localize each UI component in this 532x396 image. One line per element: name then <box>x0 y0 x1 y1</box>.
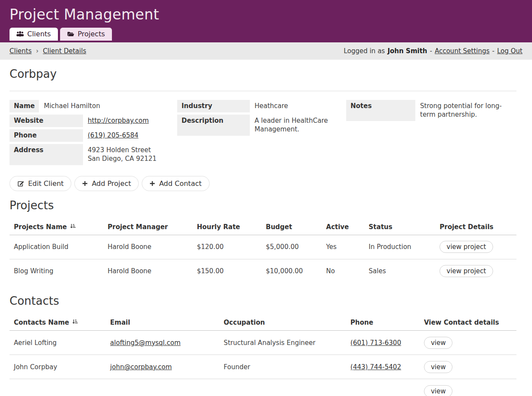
client-details-column-1: Name Michael Hamilton Website http://cor… <box>10 100 177 165</box>
detail-row-name: Name Michael Hamilton <box>10 100 177 112</box>
phone-link[interactable]: (619) 205-6584 <box>88 131 138 139</box>
view-contact-button[interactable]: view <box>424 385 453 396</box>
contacts-col-name[interactable]: Contacts Name <box>10 315 106 331</box>
breadcrumb-client-details-link[interactable]: Client Details <box>43 47 86 55</box>
view-contact-button[interactable]: view <box>424 361 453 373</box>
address-label: Address <box>10 144 83 165</box>
contact-email-link[interactable]: john@corpbay.com <box>110 363 172 371</box>
folder-open-icon <box>67 31 74 37</box>
add-project-label: Add Project <box>92 179 131 188</box>
projects-heading: Projects <box>10 198 516 213</box>
project-status: Sales <box>364 259 435 283</box>
notes-value: Strong potential for long-term partnersh… <box>415 100 515 121</box>
projects-col-active: Active <box>322 219 365 235</box>
contacts-heading: Contacts <box>10 294 516 309</box>
contact-phone-link[interactable]: (601) 713-6300 <box>350 339 401 347</box>
users-icon <box>16 31 24 37</box>
breadcrumb-clients-link[interactable]: Clients <box>10 47 32 55</box>
log-out-link[interactable]: Log Out <box>497 47 522 55</box>
contacts-col-phone: Phone <box>346 315 420 331</box>
projects-header-row: Projects Name Project Mana <box>10 219 516 235</box>
detail-row-website: Website http://corpbay.com <box>10 115 177 127</box>
contact-email-link[interactable]: alofting5@mysql.com <box>110 339 181 347</box>
contact-name <box>10 379 106 396</box>
contact-row: John Corpbay john@corpbay.com Founder (4… <box>10 355 516 379</box>
detail-row-notes: Notes Strong potential for long-term par… <box>346 100 516 121</box>
separator-dash: - <box>492 47 494 55</box>
page-title: Project Management <box>10 6 522 24</box>
divider <box>10 91 516 91</box>
breadcrumb: Clients › Client Details <box>10 47 86 55</box>
notes-label: Notes <box>346 100 415 121</box>
projects-col-manager: Project Manager <box>103 219 192 235</box>
project-row: Application Build Harold Boone $120.00 $… <box>10 235 516 259</box>
phone-label: Phone <box>10 129 83 142</box>
tab-projects-label: Projects <box>78 30 105 38</box>
client-actions: Edit Client Add Project Add Contact <box>10 176 516 191</box>
contacts-col-email: Email <box>106 315 220 331</box>
contacts-name-header-label: Contacts Name <box>14 319 69 326</box>
address-line-2: San Diego, CA 92121 <box>88 154 156 163</box>
website-link[interactable]: http://corpbay.com <box>88 117 149 125</box>
contact-phone <box>346 379 420 396</box>
view-contact-button[interactable]: view <box>424 337 453 349</box>
project-row: Blog Writing Harold Boone $150.00 $10,00… <box>10 259 516 283</box>
tab-projects[interactable]: Projects <box>60 28 112 41</box>
contacts-table: Contacts Name Email <box>10 315 516 396</box>
description-label: Description <box>177 115 250 136</box>
contact-occupation: Founder <box>220 355 346 379</box>
projects-name-header-label: Projects Name <box>14 223 67 231</box>
client-details: Name Michael Hamilton Website http://cor… <box>10 100 516 165</box>
contact-phone-link[interactable]: (443) 744-5402 <box>350 363 401 371</box>
projects-col-details: Project Details <box>435 219 516 235</box>
industry-value: Heathcare <box>250 100 288 112</box>
tab-clients[interactable]: Clients <box>10 28 58 41</box>
account-settings-link[interactable]: Account Settings <box>435 47 490 55</box>
website-label: Website <box>10 115 83 127</box>
plus-icon <box>82 181 88 186</box>
name-value: Michael Hamilton <box>39 100 100 112</box>
detail-row-address: Address 4923 Holden Street San Diego, CA… <box>10 144 177 165</box>
projects-col-status: Status <box>364 219 435 235</box>
contact-occupation: Structural Analysis Engineer <box>220 331 346 355</box>
main-tabs: Clients Projects <box>10 28 522 41</box>
detail-row-industry: Industry Heathcare <box>177 100 346 112</box>
main-content: Corbpay Name Michael Hamilton Website ht… <box>0 67 532 396</box>
project-manager: Harold Boone <box>103 259 192 283</box>
project-budget: $5,000.00 <box>261 235 322 259</box>
separator-dash: - <box>430 47 432 55</box>
contact-email <box>106 379 220 396</box>
name-label: Name <box>10 100 39 112</box>
logged-in-prefix: Logged in as <box>344 47 385 55</box>
contact-occupation <box>220 379 346 396</box>
edit-client-button[interactable]: Edit Client <box>10 176 71 191</box>
project-manager: Harold Boone <box>103 235 192 259</box>
contact-row-partial: view <box>10 379 516 396</box>
view-project-button[interactable]: view project <box>440 265 493 277</box>
edit-client-label: Edit Client <box>28 179 64 188</box>
project-hourly-rate: $120.00 <box>192 235 261 259</box>
industry-label: Industry <box>177 100 250 112</box>
add-project-button[interactable]: Add Project <box>74 176 139 191</box>
edit-pencil-icon <box>17 180 24 187</box>
projects-col-name[interactable]: Projects Name <box>10 219 103 235</box>
address-line-1: 4923 Holden Street <box>88 146 156 154</box>
client-name-heading: Corbpay <box>10 67 516 82</box>
contacts-col-view-details: View Contact details <box>420 315 516 331</box>
tab-clients-label: Clients <box>27 30 51 38</box>
contacts-col-occupation: Occupation <box>220 315 346 331</box>
project-hourly-rate: $150.00 <box>192 259 261 283</box>
topbar: Clients › Client Details Logged in as Jo… <box>0 42 532 60</box>
add-contact-button[interactable]: Add Contact <box>142 176 209 191</box>
project-name: Application Build <box>10 235 103 259</box>
project-active: No <box>322 259 365 283</box>
contacts-header-row: Contacts Name Email <box>10 315 516 331</box>
client-details-column-3: Notes Strong potential for long-term par… <box>346 100 516 165</box>
projects-table: Projects Name Project Mana <box>10 219 516 284</box>
login-status: Logged in as John Smith - Account Settin… <box>344 47 522 55</box>
view-project-button[interactable]: view project <box>440 241 493 253</box>
projects-col-hourly-rate: Hourly Rate <box>192 219 261 235</box>
contact-name: Aeriel Lofting <box>10 331 106 355</box>
add-contact-label: Add Contact <box>159 179 201 188</box>
project-status: In Production <box>364 235 435 259</box>
